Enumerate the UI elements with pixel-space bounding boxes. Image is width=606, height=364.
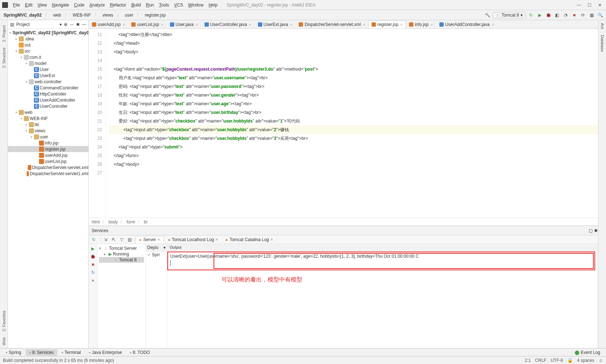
tree-node[interactable]: userAdd.jsp [8, 152, 88, 158]
tree-arrow[interactable]: ▾ [19, 56, 23, 59]
menu-file[interactable]: File [11, 2, 22, 8]
menu-view[interactable]: View [35, 2, 49, 8]
tab-database[interactable]: Database [600, 32, 605, 55]
code-breadcrumb-item[interactable]: html [92, 219, 100, 225]
editor-tab[interactable]: register.jsp× [368, 21, 406, 28]
gear-icon[interactable]: ✱ [594, 228, 598, 233]
close-icon[interactable]: × [196, 23, 198, 27]
tree-node[interactable]: CCommandController [8, 85, 88, 91]
chevron-down-icon[interactable]: ▾ [60, 22, 62, 27]
bottom-tab-6-todo[interactable]: ▪6: TODO [126, 349, 154, 356]
lock-icon[interactable]: 🔒 [567, 358, 573, 363]
tab-web[interactable]: Web [1, 334, 7, 348]
tree-node[interactable]: out [8, 42, 88, 48]
update-button[interactable]: ⟳ [579, 12, 587, 19]
tree-node[interactable]: ▾views [8, 128, 88, 134]
collapse-all-icon[interactable]: ⇱ [110, 236, 117, 243]
tree-node[interactable]: DispatcherServlet-servlet.xml [8, 164, 88, 170]
editor-tab[interactable]: UserController.java× [201, 21, 255, 28]
services-tree-node[interactable]: ⛬Tomcat 8 [99, 257, 144, 263]
close-icon[interactable]: × [290, 23, 293, 27]
breadcrumb-item[interactable]: SpringMVC_day02 [2, 12, 43, 18]
menu-code[interactable]: Code [72, 2, 87, 8]
group-icon[interactable]: ▤ [126, 236, 133, 243]
expand-icon[interactable]: ↔ [70, 22, 74, 27]
structure-button[interactable]: ▦ [588, 12, 595, 19]
tree-node[interactable]: CUserController [8, 103, 88, 109]
tree-node[interactable]: ▾com.it [8, 54, 88, 60]
services-tree-node[interactable]: ▾⛬Tomcat Server [99, 245, 144, 251]
indent[interactable]: 4 spaces [577, 358, 594, 363]
coverage-button[interactable]: ◧ [553, 12, 561, 19]
services-subtab[interactable]: ▸Tomcat Localhost Log × [165, 236, 222, 243]
build-button[interactable]: 🔨 [484, 12, 491, 19]
encoding[interactable]: UTF-8 [551, 358, 563, 363]
tree-arrow[interactable]: ▸ [25, 123, 28, 126]
search-button[interactable]: 🔍 [597, 12, 604, 19]
tree-arrow[interactable]: ▾ [25, 80, 28, 84]
editor-tab[interactable]: userList.jsp× [128, 21, 167, 28]
code-text[interactable]: <tag">title>注册</tag">title> </tag">head>… [106, 29, 606, 218]
editor-tab[interactable]: UserExt.java× [255, 21, 296, 28]
tree-node[interactable]: ▾src [8, 48, 88, 54]
menu-analyze[interactable]: Analyze [87, 2, 107, 8]
tab-project[interactable]: 1: Project [1, 22, 7, 45]
bottom-tab-spring[interactable]: ▪Spring [2, 349, 25, 356]
run-config-select[interactable]: ⛬ Tomcat 8 ▾ [492, 12, 526, 18]
breadcrumb-item[interactable]: WEB-INF [71, 12, 92, 18]
menu-tools[interactable]: Tools [157, 2, 171, 8]
menu-build[interactable]: Build [129, 2, 143, 8]
stop-button[interactable]: ■ [571, 12, 578, 19]
close-icon[interactable]: × [215, 237, 218, 242]
services-tree-node[interactable]: ▸▶Running [99, 251, 144, 257]
tree-node[interactable]: ▾model [8, 60, 88, 66]
filter-icon[interactable]: ▽ [118, 236, 125, 243]
bottom-tab-terminal[interactable]: ▪Terminal [58, 349, 85, 356]
close-icon[interactable]: × [400, 23, 403, 27]
tab-structure[interactable]: 2: Structure [1, 45, 7, 71]
maximize-button[interactable]: ☐ [588, 3, 592, 8]
collapse-icon[interactable]: — [82, 22, 86, 27]
resume-button[interactable]: ↻ [527, 12, 535, 19]
chevron-down-icon[interactable]: ▾ [163, 245, 166, 250]
services-subtab[interactable]: ▸Tomcat Catalina Log × [222, 236, 276, 243]
close-icon[interactable]: × [363, 23, 365, 27]
menu-help[interactable]: Help [206, 2, 220, 8]
tree-node[interactable]: userList.jsp [8, 158, 88, 164]
stop-icon[interactable]: ■ [92, 262, 94, 267]
tree-node[interactable]: info.jsp [8, 140, 88, 146]
services-tree[interactable]: ▾⛬Tomcat Server▸▶Running⛬Tomcat 8 [97, 244, 146, 348]
rerun-button[interactable]: ↻ [90, 236, 97, 243]
debug-icon[interactable]: 🐞 [90, 254, 96, 259]
tree-node[interactable]: ▾user [8, 134, 88, 140]
layout-icon[interactable]: ▢ [589, 228, 593, 233]
tree-node[interactable]: ▾SpringMVC_day02 [SpringMVC_day01] [8, 30, 88, 36]
close-icon[interactable]: × [492, 23, 494, 27]
menu-refactor[interactable]: Refactor [108, 2, 128, 8]
editor-tab[interactable]: userAdd.jsp× [89, 21, 128, 28]
tree-node[interactable]: ▾web [8, 109, 88, 115]
close-icon[interactable]: × [123, 23, 125, 27]
target-icon[interactable]: ⊕ [64, 22, 67, 27]
tree-node[interactable]: CUserExt [8, 72, 88, 79]
tree-arrow[interactable]: ▾ [99, 246, 102, 251]
project-tree[interactable]: ▾SpringMVC_day02 [SpringMVC_day01]▸.idea… [8, 29, 88, 348]
breadcrumb-item[interactable]: views [101, 12, 115, 18]
output-content[interactable]: UserExt{user=User{username='shu', passwo… [167, 251, 597, 348]
menu-edit[interactable]: Edit [23, 2, 35, 8]
code-area[interactable]: 1112131415161718192021222324252627 <tag"… [89, 29, 606, 218]
close-icon[interactable]: × [271, 237, 273, 242]
close-icon[interactable]: × [158, 237, 160, 242]
menu-window[interactable]: Window [186, 2, 206, 8]
run-icon[interactable]: ▶ [91, 246, 95, 251]
deploy-item[interactable]: ✓Spri [146, 252, 167, 258]
tree-arrow[interactable]: ▾ [14, 49, 18, 53]
menu-vcs[interactable]: VCS [172, 2, 185, 8]
tree-node[interactable]: CHttpController [8, 91, 88, 97]
code-breadcrumb-item[interactable]: form [127, 219, 135, 225]
tab-favorites[interactable]: 2: Favorites [1, 308, 7, 334]
close-button[interactable]: ✕ [598, 3, 602, 8]
tree-arrow[interactable]: ▸ [14, 37, 18, 41]
more-icon[interactable]: » [92, 278, 94, 283]
tree-node[interactable]: register.jsp [8, 146, 88, 152]
